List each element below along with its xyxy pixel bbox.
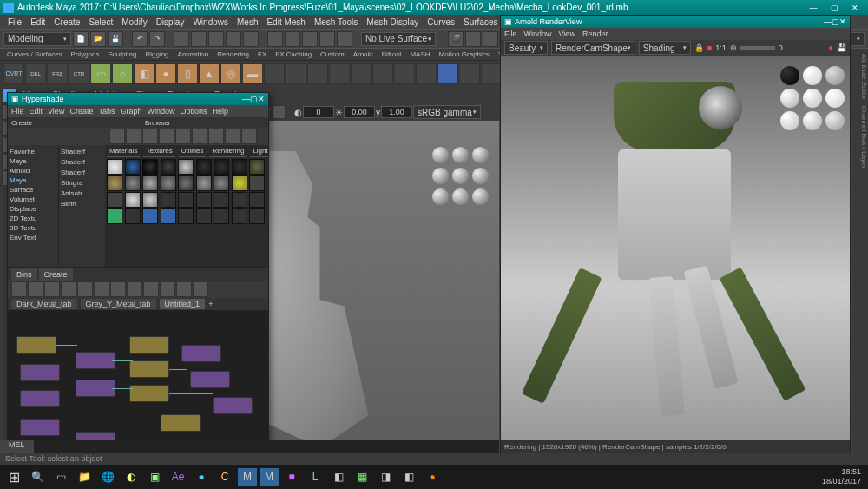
snap-grid-button[interactable] bbox=[267, 31, 283, 47]
hs-menu-help[interactable]: Help bbox=[212, 107, 228, 116]
menu-surfaces[interactable]: Surfaces bbox=[459, 17, 502, 27]
new-scene-button[interactable]: 📄 bbox=[73, 31, 89, 47]
menu-curves[interactable]: Curves bbox=[423, 17, 459, 27]
app-icon-10[interactable]: ▦ bbox=[352, 467, 372, 486]
menu-editmesh[interactable]: Edit Mesh bbox=[262, 17, 309, 27]
node-7[interactable] bbox=[76, 380, 115, 397]
node-3[interactable] bbox=[20, 390, 60, 407]
app-icon-13[interactable]: ● bbox=[422, 467, 443, 486]
vp-near-field[interactable]: 0 bbox=[303, 106, 334, 118]
swatch-grey6[interactable] bbox=[214, 175, 229, 191]
renderview-viewport[interactable] bbox=[501, 56, 850, 440]
shelf-tool5-button[interactable] bbox=[351, 63, 372, 84]
menu-windows[interactable]: Windows bbox=[188, 17, 233, 27]
menu-meshtools[interactable]: Mesh Tools bbox=[310, 17, 362, 27]
shelf-tab-polygons[interactable]: Polygons bbox=[68, 50, 103, 58]
swatch-yellow[interactable] bbox=[232, 175, 247, 191]
swatch-s24[interactable] bbox=[196, 192, 212, 208]
shelf-prim1-button[interactable]: ▭ bbox=[90, 63, 111, 84]
swatch-s30[interactable] bbox=[142, 208, 158, 224]
node-6[interactable] bbox=[76, 352, 115, 369]
swatch-grey2[interactable] bbox=[142, 175, 158, 191]
snap-point-button[interactable] bbox=[302, 31, 318, 47]
node-15[interactable] bbox=[213, 397, 253, 414]
hs-tool9-button[interactable] bbox=[241, 129, 257, 144]
hs-gtab-dark[interactable]: Dark_Metal_tab bbox=[11, 299, 77, 309]
hsg-tool6[interactable] bbox=[94, 281, 109, 297]
shelf-tool6-button[interactable] bbox=[372, 63, 393, 84]
hs-brtab-rendering[interactable]: Rendering bbox=[209, 147, 247, 157]
hypershade-titlebar[interactable]: ▣Hypershade — ▢ ✕ bbox=[8, 93, 268, 105]
rv-close-icon[interactable]: ✕ bbox=[839, 17, 846, 26]
shelf-tool3-button[interactable] bbox=[307, 63, 328, 84]
menu-edit[interactable]: Edit bbox=[26, 17, 49, 27]
system-clock[interactable]: 18:5118/01/2017 bbox=[822, 467, 865, 486]
close-button[interactable]: ✕ bbox=[845, 2, 865, 14]
hs-tab-create[interactable]: Create bbox=[39, 268, 73, 281]
ipr-button[interactable] bbox=[465, 31, 481, 47]
rv-maximize-icon[interactable]: ▢ bbox=[832, 17, 839, 26]
hsg-tool2[interactable] bbox=[28, 281, 43, 297]
swatch-dust[interactable] bbox=[107, 175, 122, 191]
hs-menu-view[interactable]: View bbox=[48, 107, 64, 116]
node-13[interactable] bbox=[181, 345, 221, 362]
hsg-tool10[interactable] bbox=[160, 281, 175, 297]
sel-face-button[interactable] bbox=[208, 31, 224, 47]
swatch-s27[interactable] bbox=[249, 192, 265, 208]
swatch-grey1[interactable] bbox=[125, 175, 141, 191]
swatch-dark1[interactable] bbox=[196, 159, 212, 175]
hs-tool6-button[interactable] bbox=[192, 129, 207, 144]
node-11[interactable] bbox=[129, 385, 169, 402]
rv-menu-window[interactable]: Window bbox=[524, 30, 552, 38]
app-icon-4[interactable]: ● bbox=[191, 467, 212, 486]
hs-menu-edit[interactable]: Edit bbox=[30, 107, 43, 116]
node-1[interactable] bbox=[16, 336, 56, 354]
sel-object-button[interactable] bbox=[226, 31, 241, 47]
hs-brtab-textures[interactable]: Textures bbox=[143, 147, 174, 157]
hs-create-list[interactable]: FavoriteMayaArnold MayaSurfaceVolumet Di… bbox=[8, 145, 58, 267]
hsg-tool7[interactable] bbox=[110, 281, 126, 297]
swatch-black[interactable] bbox=[142, 159, 158, 175]
swatch-s31[interactable] bbox=[161, 208, 176, 224]
node-4[interactable] bbox=[20, 419, 60, 436]
shelf-cone-button[interactable]: ▲ bbox=[199, 63, 220, 84]
hs-menu-window[interactable]: Window bbox=[147, 107, 174, 116]
rv-save-icon[interactable]: 💾 bbox=[837, 43, 846, 52]
shelf-cube-button[interactable]: ◧ bbox=[134, 63, 155, 84]
rv-menu-view[interactable]: View bbox=[559, 30, 575, 38]
shelf-tab-mash[interactable]: MASH bbox=[406, 50, 433, 58]
swatch-s36[interactable] bbox=[249, 208, 265, 224]
rv-display-dropdown[interactable]: Shading bbox=[639, 41, 691, 55]
node-14[interactable] bbox=[190, 371, 230, 388]
hs-gtab-grey[interactable]: Grey_Y_Metal_tab bbox=[81, 299, 156, 309]
shelf-tab-custom[interactable]: Custom bbox=[317, 50, 348, 58]
swatch-dark2[interactable] bbox=[214, 159, 229, 175]
rv-ratio-label[interactable]: 1:1 bbox=[715, 43, 727, 52]
hypershade-maximize-icon[interactable]: ▢ bbox=[250, 95, 258, 103]
hs-tool8-button[interactable] bbox=[225, 129, 240, 144]
swatch-s35[interactable] bbox=[232, 208, 247, 224]
search-icon[interactable]: 🔍 bbox=[27, 467, 48, 486]
swatch-s19[interactable] bbox=[107, 192, 122, 208]
hs-tool2-button[interactable] bbox=[126, 129, 141, 144]
swatch-grey5[interactable] bbox=[196, 175, 212, 191]
swatch-ao[interactable] bbox=[107, 159, 122, 175]
swatch-s23[interactable] bbox=[178, 192, 194, 208]
hs-menu-file[interactable]: File bbox=[11, 107, 24, 116]
hs-menu-graph[interactable]: Graph bbox=[120, 107, 141, 116]
rv-menu-render[interactable]: Render bbox=[582, 30, 608, 38]
rv-minimize-icon[interactable]: — bbox=[824, 17, 832, 26]
snap-curve-button[interactable] bbox=[285, 31, 300, 47]
shelf-tool7-button[interactable] bbox=[394, 63, 415, 84]
live-surface-dropdown[interactable]: No Live Surface bbox=[361, 32, 436, 46]
hs-menu-create[interactable]: Create bbox=[69, 107, 93, 116]
hsg-tool3[interactable] bbox=[44, 281, 60, 297]
vp-colorspace-dropdown[interactable]: sRGB gamma bbox=[413, 105, 481, 119]
shelf-tab-sculpting[interactable]: Sculpting bbox=[105, 50, 141, 58]
hsg-tool5[interactable] bbox=[77, 281, 93, 297]
app-icon-2[interactable]: ▣ bbox=[144, 467, 165, 486]
sel-vertex-button[interactable] bbox=[174, 31, 189, 47]
app-icon-5[interactable]: C bbox=[214, 467, 235, 486]
shelf-tab-fxcaching[interactable]: FX Caching bbox=[272, 50, 315, 58]
shelf-cyl-button[interactable]: ▯ bbox=[177, 63, 198, 84]
